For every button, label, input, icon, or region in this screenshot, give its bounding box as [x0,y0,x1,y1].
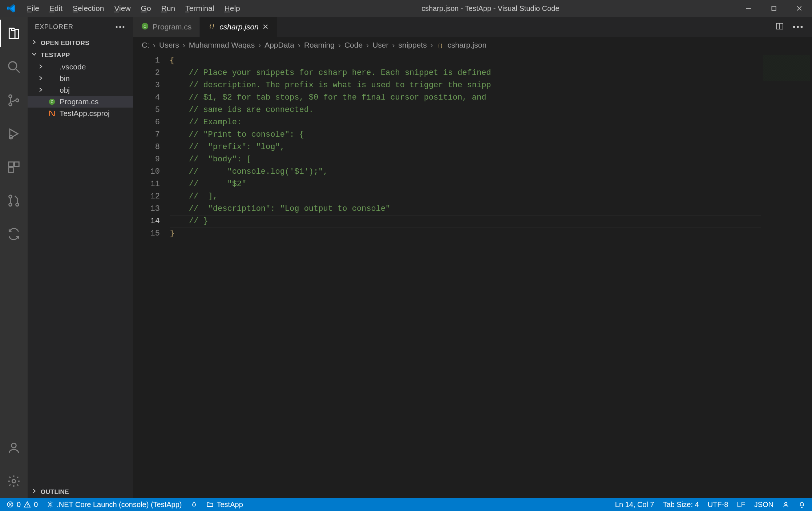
tabs: CProgram.cs{}csharp.json✕ ••• [133,17,812,37]
activity-extensions[interactable] [0,153,28,181]
svg-text:{}: {} [437,43,443,48]
close-button[interactable] [787,0,812,17]
tree-item-label: obj [60,86,70,94]
svg-point-17 [12,479,16,483]
activitybar [0,17,28,498]
tree-item-label: TestApp.csproj [60,109,110,118]
crumb[interactable]: snippets [398,41,427,49]
activity-git-pr[interactable] [0,187,28,214]
activity-search[interactable] [0,53,28,81]
sidebar-header: EXPLORER ••• [28,17,133,37]
crumb[interactable]: Code [344,41,363,49]
tree-item-program-cs[interactable]: CProgram.cs [28,96,133,108]
svg-point-13 [9,195,12,198]
tree-item-bin[interactable]: bin [28,73,133,84]
close-icon[interactable]: ✕ [262,23,269,31]
menu-run[interactable]: Run [156,2,181,15]
tree-item-label: .vscode [60,63,86,71]
menu-terminal[interactable]: Terminal [180,2,219,15]
tree-item-obj[interactable]: obj [28,84,133,96]
svg-text:C: C [144,24,146,28]
vscode-logo-icon [0,4,22,13]
tree-item-label: Program.cs [60,97,98,106]
section-project[interactable]: TESTAPP [28,49,133,61]
activity-settings[interactable] [0,467,28,495]
svg-point-15 [16,203,19,206]
status-launch-label: .NET Core Launch (console) (TestApp) [57,500,182,509]
svg-rect-1 [772,6,776,10]
svg-point-16 [12,443,16,448]
tab-label: Program.cs [153,23,191,31]
menu-selection[interactable]: Selection [68,2,109,15]
status-tabsize[interactable]: Tab Size: 4 [659,498,703,511]
window-controls [736,0,812,17]
svg-point-8 [16,99,19,102]
crumb[interactable]: C: [142,41,149,49]
breadcrumbs[interactable]: C:›Users›Muhammad Waqas›AppData›Roaming›… [133,37,812,53]
status-lang[interactable]: JSON [750,498,778,511]
chevron-right-icon: › [258,41,261,49]
chevron-right-icon: › [392,41,395,49]
file-icon [48,110,56,117]
svg-point-31 [49,504,51,506]
crumb[interactable]: Roaming [304,41,335,49]
chevron-icon [38,63,44,71]
menu-help[interactable]: Help [219,2,245,15]
menu-view[interactable]: View [109,2,136,15]
file-icon: {} [208,22,216,32]
crumb[interactable]: User [372,41,388,49]
minimap[interactable] [761,53,812,498]
project-label: TESTAPP [41,52,70,59]
tree-item--vscode[interactable]: .vscode [28,61,133,73]
status-launch[interactable]: .NET Core Launch (console) (TestApp) [42,498,186,511]
svg-point-4 [9,62,17,70]
activity-source-control[interactable] [0,86,28,114]
file-tree: .vscodebinobjCProgram.csTestApp.csproj [28,61,133,486]
sidebar-more-icon[interactable]: ••• [116,23,126,31]
svg-text:C: C [51,100,53,104]
status-project[interactable]: TestApp [202,498,247,511]
json-icon: {} [437,41,444,49]
file-icon: C [48,98,56,105]
activity-explorer[interactable] [0,20,28,47]
tab-program-cs[interactable]: CProgram.cs [133,17,200,37]
status-fire-icon[interactable] [186,498,202,511]
activity-sync-icon[interactable] [0,220,28,248]
svg-rect-12 [9,168,13,173]
chevron-right-icon: › [183,41,185,49]
split-editor-icon[interactable] [775,22,784,32]
chevron-right-icon [31,488,38,496]
status-encoding[interactable]: UTF-8 [703,498,733,511]
status-lncol[interactable]: Ln 14, Col 7 [611,498,659,511]
status-project-label: TestApp [217,500,243,509]
crumb[interactable]: AppData [264,41,294,49]
section-open-editors[interactable]: OPEN EDITORS [28,37,133,49]
status-problems[interactable]: 0 0 [2,498,42,511]
code[interactable]: { // Place your snippets for csharp here… [168,53,761,498]
status-feedback-icon[interactable] [778,498,794,511]
tab-csharp-json[interactable]: {}csharp.json✕ [200,17,277,37]
crumb[interactable]: Muhammad Waqas [189,41,255,49]
status-bell-icon[interactable] [794,498,810,511]
menu-edit[interactable]: Edit [44,2,68,15]
svg-point-6 [9,95,12,98]
editor-more-icon[interactable]: ••• [793,23,804,31]
menubar: FileEditSelectionViewGoRunTerminalHelp [22,2,245,15]
status-eol[interactable]: LF [732,498,750,511]
open-editors-label: OPEN EDITORS [41,40,89,47]
svg-rect-10 [9,162,13,167]
crumb[interactable]: csharp.json [448,41,486,49]
statusbar: 0 0 .NET Core Launch (console) (TestApp)… [0,498,812,511]
maximize-button[interactable] [761,0,787,17]
activity-run-debug[interactable] [0,120,28,148]
menu-file[interactable]: File [22,2,44,15]
code-editor[interactable]: 123456789101112131415 { // Place your sn… [133,53,812,498]
crumb[interactable]: Users [159,41,179,49]
chevron-right-icon: › [298,41,300,49]
minimize-button[interactable] [736,0,761,17]
activity-accounts[interactable] [0,434,28,462]
tree-item-testapp-csproj[interactable]: TestApp.csproj [28,108,133,119]
menu-go[interactable]: Go [136,2,156,15]
svg-line-5 [16,69,20,73]
section-outline[interactable]: OUTLINE [28,486,133,498]
